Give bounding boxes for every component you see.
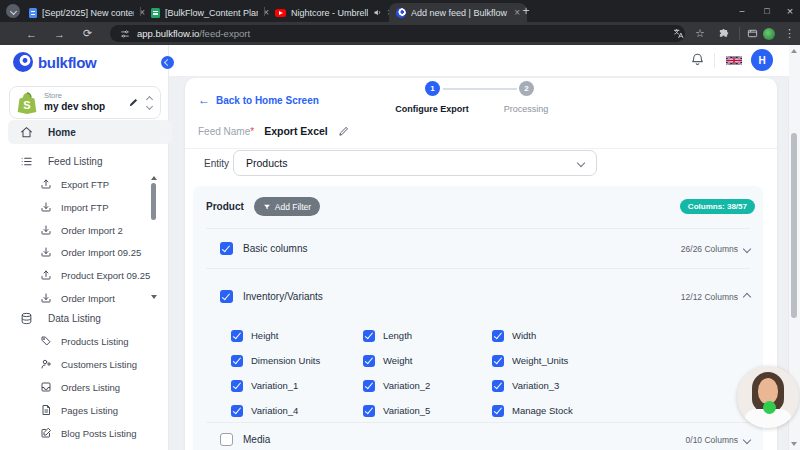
sidebar-item-order-import-0925[interactable]: Order Import 09.25 (8, 241, 192, 263)
edit-pencil-icon[interactable] (128, 97, 139, 108)
webcam-overlay[interactable] (737, 366, 799, 428)
column-checkbox-item[interactable]: Variation_4 (231, 398, 363, 423)
user-avatar[interactable]: H (751, 49, 773, 71)
sidebar-item-home[interactable]: Home (8, 120, 172, 144)
window-minimize-button[interactable]: – (732, 0, 752, 22)
store-switcher[interactable]: S Store my dev shop (9, 86, 161, 119)
scrollbar-down-arrow[interactable] (791, 442, 797, 446)
step-1-circle[interactable]: 1 (425, 81, 440, 96)
home-icon (20, 126, 33, 139)
step-2-circle[interactable]: 2 (519, 81, 534, 96)
browser-tab-bar: [Sept/2025] New content - Ha × [BulkFlow… (0, 0, 800, 22)
back-to-home-link[interactable]: ← Back to Home Screen (198, 93, 319, 107)
inbox-icon (40, 381, 52, 393)
divider (185, 148, 777, 149)
column-checkbox-item[interactable]: Variation_2 (363, 373, 492, 398)
bookmark-star-icon[interactable]: ☆ (695, 22, 705, 45)
sidebar-item-feed-listing[interactable]: Feed Listing (8, 150, 172, 172)
sidebar-scroll-down-arrow[interactable] (151, 295, 157, 299)
column-checkbox-item[interactable]: Manage Stock (492, 398, 711, 423)
sidebar-item-order-import[interactable]: Order Import (8, 287, 192, 309)
column-checkbox-item[interactable]: Dimension Units (231, 348, 363, 373)
language-flag-uk[interactable] (726, 55, 742, 66)
sidebar-item-pages-listing[interactable]: Pages Listing (8, 399, 192, 421)
section-media[interactable]: Media 0/10 Columns (220, 433, 750, 446)
browser-menu-dots-icon[interactable]: ⋮ (784, 22, 795, 45)
scrollbar-thumb[interactable] (791, 133, 797, 318)
window-maximize-button[interactable]: □ (757, 0, 777, 22)
sidebar-item-blog-posts-listing[interactable]: Blog Posts Listing (8, 422, 192, 444)
inventory-columns-grid: Height Length Width Dimension Units Weig… (231, 323, 711, 423)
sidebar-item-products-listing[interactable]: Products Listing (8, 330, 192, 352)
column-checkbox-item[interactable]: Width (492, 323, 711, 348)
product-columns-panel: Product Add Filter Columns: 38/57 Basic … (193, 186, 763, 450)
browser-forward-button[interactable]: → (54, 22, 65, 45)
column-checkbox-item[interactable]: Variation_5 (363, 398, 492, 423)
brand[interactable]: bulkflow (13, 52, 96, 72)
address-bar[interactable]: app.bulkflow.io/feed-export (110, 25, 685, 42)
sidebar-item-order-import-2[interactable]: Order Import 2 (8, 219, 192, 241)
column-checkbox-item[interactable]: Height (231, 323, 363, 348)
toolbar-separator (739, 27, 740, 40)
tab-separator (264, 7, 265, 16)
divider (206, 228, 750, 229)
sidebar-item-orders-listing[interactable]: Orders Listing (8, 376, 192, 398)
sidebar-item-product-export-0925[interactable]: Product Export 09.25 (8, 264, 192, 286)
browser-back-button[interactable]: ← (26, 22, 37, 45)
new-tab-button[interactable]: + (516, 0, 536, 22)
browser-tab-active-bulkflow[interactable]: Add new feed | Bulkflow × (389, 3, 527, 22)
column-checkbox-item[interactable]: Variation_3 (492, 373, 711, 398)
column-checkbox-item[interactable]: Weight_Units (492, 348, 711, 373)
section-basic-columns[interactable]: Basic columns 26/26 Columns (220, 242, 750, 255)
chevron-down-icon (9, 7, 16, 14)
database-icon (20, 312, 33, 325)
tab-search-button[interactable] (6, 4, 20, 18)
store-select-chevrons-icon[interactable] (147, 97, 152, 109)
entity-select[interactable]: Products (233, 150, 597, 176)
google-docs-icon (29, 8, 37, 18)
edit-feed-name-icon[interactable] (338, 126, 349, 137)
scrollbar-up-arrow[interactable] (791, 49, 797, 53)
inventory-variants-checkbox[interactable] (220, 290, 233, 303)
import-icon (40, 246, 52, 258)
step-2-label: Processing (486, 104, 566, 114)
header-divider (714, 53, 715, 68)
browser-tab-docs[interactable]: [Sept/2025] New content - Ha × (22, 3, 152, 22)
bulkflow-logo-icon (13, 52, 33, 72)
extension-icon[interactable] (747, 22, 758, 45)
section-count[interactable]: 26/26 Columns (681, 244, 750, 254)
extensions-puzzle-icon[interactable] (718, 22, 729, 45)
column-checkbox-item[interactable]: Weight (363, 348, 492, 373)
sidebar-item-data-listing[interactable]: Data Listing (8, 307, 172, 329)
browser-tab-youtube[interactable]: Nightcore - Umbrella (Lyric × (268, 3, 400, 22)
media-checkbox[interactable] (220, 433, 233, 446)
sidebar-item-export-ftp[interactable]: Export FTP (8, 173, 192, 195)
webcam-status-dot (763, 401, 776, 414)
sidebar-collapse-button[interactable] (161, 56, 174, 69)
site-settings-icon[interactable] (120, 29, 130, 39)
column-checkbox-item[interactable]: Length (363, 323, 492, 348)
youtube-icon (275, 9, 286, 17)
section-count[interactable]: 0/10 Columns (686, 435, 750, 445)
browser-tab-sheets[interactable]: [BulkFlow_Content Plan] Digita × (144, 3, 276, 22)
user-plus-icon (40, 358, 52, 370)
browser-reload-button[interactable]: ⟳ (83, 22, 92, 45)
tab-title: [BulkFlow_Content Plan] Digita (165, 8, 258, 18)
content-card: ← Back to Home Screen 1 2 Configure Expo… (185, 78, 777, 450)
entity-selected-value: Products (246, 157, 287, 169)
basic-columns-checkbox[interactable] (220, 242, 233, 255)
translate-icon[interactable] (673, 22, 684, 45)
profile-extension-icon[interactable] (763, 22, 775, 45)
section-count[interactable]: 12/12 Columns (681, 292, 750, 302)
window-close-button[interactable]: × (780, 0, 800, 22)
sidebar-item-import-ftp[interactable]: Import FTP (8, 196, 192, 218)
sidebar-scrollbar-thumb[interactable] (151, 183, 156, 220)
column-checkbox-item[interactable]: Variation_1 (231, 373, 363, 398)
sidebar-item-customers-listing[interactable]: Customers Listing (8, 353, 192, 375)
section-inventory-variants[interactable]: Inventory/Variants 12/12 Columns (220, 290, 750, 303)
add-filter-button[interactable]: Add Filter (254, 197, 320, 216)
speaker-icon[interactable] (373, 8, 382, 17)
notification-bell-icon[interactable] (690, 52, 705, 67)
bulkflow-favicon (396, 8, 406, 18)
sidebar-scroll-up-arrow[interactable] (151, 176, 157, 180)
